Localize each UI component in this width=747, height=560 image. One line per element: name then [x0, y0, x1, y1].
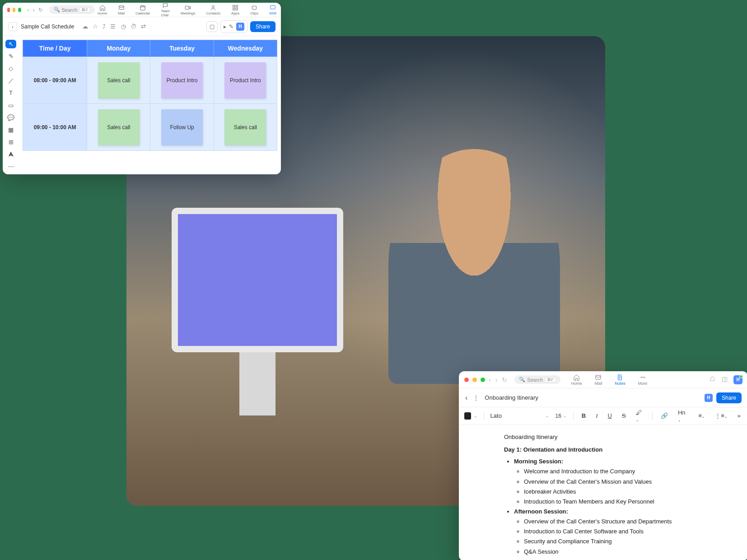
link-button[interactable]: 🔗	[659, 411, 670, 420]
share-button[interactable]: Share	[250, 21, 275, 32]
svg-rect-8	[252, 6, 256, 9]
more-tool[interactable]: ⋯	[5, 162, 16, 171]
window-maximize-dot[interactable]	[18, 8, 21, 12]
app-contacts[interactable]: Contacts	[206, 5, 220, 15]
overflow-button[interactable]: »	[736, 411, 742, 420]
clock-icon[interactable]: ◷	[121, 23, 126, 30]
th-day: Wednesday	[214, 40, 277, 57]
sticky-note[interactable]: Product Intro	[224, 62, 266, 98]
list-button[interactable]: ⋮≡⌄	[713, 411, 729, 420]
search-input[interactable]: 🔍 Search ⌘F	[514, 375, 560, 384]
timer-icon[interactable]: ⏱	[131, 23, 136, 30]
window-maximize-dot[interactable]	[481, 378, 485, 382]
text-color-picker[interactable]	[464, 412, 471, 420]
underline-button[interactable]: U	[606, 411, 614, 420]
notes-window: ‹ › ↻ 🔍 Search ⌘F Home Mail Notes More H…	[459, 371, 747, 560]
nav-back-icon[interactable]: ‹	[28, 7, 29, 13]
nav-refresh-icon[interactable]: ↻	[502, 376, 507, 383]
nav-back-icon[interactable]: ‹	[489, 376, 491, 383]
schedule-table: Time / Day Monday Tuesday Wednesday 08:0…	[23, 40, 277, 151]
app-clips[interactable]: Clips	[250, 5, 258, 15]
app-meetings[interactable]: Meetings	[181, 5, 195, 15]
history-nav: ‹ › ↻	[489, 376, 507, 383]
app-apps[interactable]: Apps	[231, 5, 239, 15]
list-item: Overview of the Call Center's Structure …	[524, 517, 703, 526]
sticky-note[interactable]: Follow Up	[161, 109, 203, 145]
shape-tool[interactable]: ◇	[5, 64, 16, 73]
text-tool[interactable]: T	[5, 89, 16, 97]
font-size-select[interactable]: 16⌄	[556, 413, 567, 419]
italic-button[interactable]: I	[594, 411, 599, 420]
svg-rect-0	[119, 5, 124, 9]
doc-heading: Onboarding Itinerary	[504, 433, 703, 442]
list-item: Overview of the Call Center's Mission an…	[524, 477, 703, 486]
user-avatar[interactable]: H	[705, 394, 713, 402]
shuffle-icon[interactable]: ⇄	[141, 23, 146, 30]
window-close-dot[interactable]	[464, 378, 469, 382]
frame-tool[interactable]: ▦	[5, 126, 16, 134]
widget-tool[interactable]: ⊞	[5, 138, 16, 146]
sticky-note[interactable]: Product Intro	[161, 62, 203, 98]
app-calendar[interactable]: Calendar	[135, 5, 150, 15]
line-tool[interactable]: ／	[5, 76, 16, 85]
bold-button[interactable]: B	[580, 411, 588, 420]
app-notes[interactable]: Notes	[615, 374, 626, 386]
nav-fwd-icon[interactable]: ›	[33, 7, 35, 13]
svg-rect-7	[236, 8, 238, 10]
back-button[interactable]: ‹	[465, 394, 467, 402]
sticky-note[interactable]: Sales call	[224, 109, 266, 145]
more-icon[interactable]: ⋮	[473, 394, 479, 401]
app-home[interactable]: Home	[571, 374, 582, 386]
nav-fwd-icon[interactable]: ›	[495, 376, 498, 383]
share-button[interactable]: Share	[716, 392, 742, 403]
app-mail[interactable]: Mail	[118, 5, 125, 15]
svg-point-13	[644, 377, 645, 378]
app-whiteboards[interactable]: Whit	[269, 5, 276, 15]
window-minimize-dot[interactable]	[472, 378, 477, 382]
cloud-icon[interactable]: ☁	[82, 23, 88, 30]
photo-monitor	[172, 208, 343, 352]
star-icon[interactable]: ☆	[93, 23, 98, 30]
document-title: Onboarding Itinerary	[485, 394, 538, 401]
app-team-chat[interactable]: Team Chat	[161, 3, 170, 17]
search-input[interactable]: 🔍 Search ⌘F	[49, 5, 95, 14]
bell-icon[interactable]	[709, 376, 716, 383]
video-icon[interactable]: ▸	[224, 23, 226, 30]
export-icon[interactable]: ⤴	[103, 23, 106, 30]
window-minimize-dot[interactable]	[13, 8, 15, 12]
app-more[interactable]: More	[638, 374, 648, 386]
comment-icon[interactable]: ✎	[229, 23, 233, 30]
user-avatar[interactable]: H	[236, 23, 244, 31]
sticky-note[interactable]: Sales call	[98, 109, 140, 145]
panel-icon[interactable]	[721, 376, 728, 383]
present-icon[interactable]: ▢	[210, 23, 215, 30]
time-cell: 08:00 - 09:00 AM	[23, 57, 87, 104]
day-heading: Day 1: Orientation and Introduction	[504, 445, 703, 454]
whiteboard-canvas[interactable]: Time / Day Monday Tuesday Wednesday 08:0…	[19, 36, 281, 174]
strike-button[interactable]: S	[620, 411, 628, 420]
app-mail[interactable]: Mail	[595, 374, 602, 386]
font-select[interactable]: Lato⌄	[490, 412, 549, 419]
list-icon[interactable]: ☰	[110, 23, 116, 30]
window-close-dot[interactable]	[7, 8, 10, 12]
highlight-button[interactable]: 🖊⌄	[634, 408, 646, 424]
pen-tool[interactable]: ✎	[5, 52, 16, 61]
upload-tool[interactable]: ⮝	[5, 150, 16, 159]
comment-tool[interactable]: 💬	[5, 113, 16, 122]
doc-action-icons-2: ◷ ⏱ ⇄	[121, 23, 146, 30]
heading-button[interactable]: Hn ⌄	[676, 408, 691, 424]
sticky-note[interactable]: Sales call	[98, 62, 140, 98]
whiteboard-topbar: ‹ › ↻ 🔍 Search ⌘F Home Mail Calendar Tea…	[3, 3, 281, 17]
svg-rect-10	[596, 375, 601, 379]
align-button[interactable]: ≡⌄	[697, 411, 707, 420]
sticky-tool[interactable]: ▭	[5, 101, 16, 109]
app-home[interactable]: Home	[98, 5, 107, 15]
user-avatar[interactable]: H	[733, 375, 742, 384]
notes-topbar: ‹ › ↻ 🔍 Search ⌘F Home Mail Notes More H	[459, 371, 747, 388]
select-tool[interactable]: ↖	[5, 40, 16, 48]
back-button[interactable]: ‹	[8, 22, 17, 31]
nav-refresh-icon[interactable]: ↻	[38, 7, 43, 13]
th-day: Monday	[87, 40, 150, 57]
notes-editor[interactable]: Onboarding Itinerary Day 1: Orientation …	[459, 425, 747, 560]
photo-monitor-stand	[239, 352, 275, 415]
